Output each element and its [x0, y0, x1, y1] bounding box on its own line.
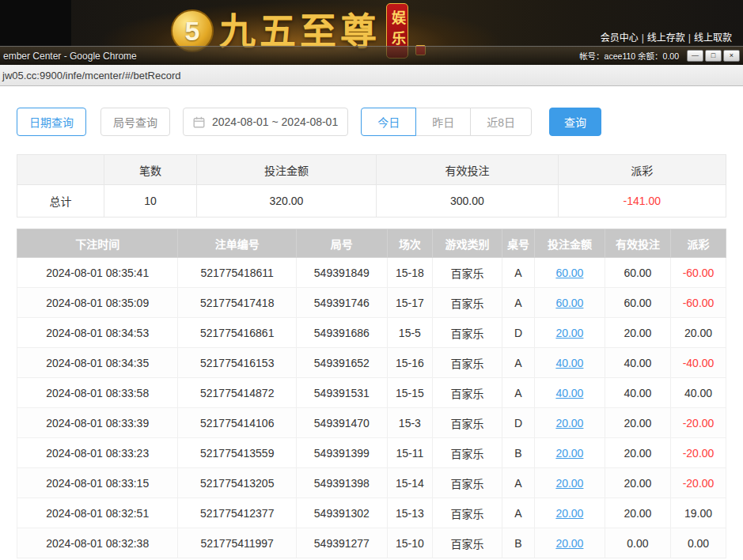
bet-amount-link[interactable]: 20.00 — [555, 507, 583, 520]
bet-amount-link[interactable]: 60.00 — [555, 297, 583, 309]
cell-table_no: A — [502, 498, 534, 528]
cell-payout: 20.00 — [671, 318, 726, 348]
table-row: 2024-08-01 08:35:41521775418611549391849… — [17, 258, 726, 288]
bet-amount-link[interactable]: 40.00 — [555, 387, 583, 399]
cell-game_type: 百家乐 — [433, 408, 502, 438]
table-row: 2024-08-01 08:33:15521775413205549391398… — [17, 468, 726, 498]
quick-filter-last8days[interactable]: 近8日 — [470, 108, 532, 136]
cell-bet_time: 2024-08-01 08:34:53 — [17, 318, 178, 348]
cell-session: 15-11 — [387, 438, 432, 468]
cell-label: 总计 — [17, 185, 104, 218]
cell-bet_time: 2024-08-01 08:32:51 — [17, 498, 178, 528]
cell-round_id: 549391470 — [297, 408, 388, 438]
cell-session: 15-16 — [387, 348, 432, 378]
cell-bet_id: 521775411997 — [178, 528, 297, 558]
quick-filter-yesterday[interactable]: 昨日 — [415, 108, 471, 136]
bet-amount-link[interactable]: 60.00 — [555, 267, 583, 279]
cell-game_type: 百家乐 — [433, 318, 502, 348]
nav-separator: | — [688, 32, 691, 44]
cell-round_id: 549391531 — [297, 378, 388, 408]
column-header: 注单编号 — [178, 229, 297, 258]
cell-bet_amount: 20.00 — [535, 438, 605, 468]
cell-bet_time: 2024-08-01 08:33:23 — [17, 438, 178, 468]
summary-column-header — [17, 155, 104, 185]
search-button[interactable]: 查询 — [549, 108, 601, 136]
date-query-tab[interactable]: 日期查询 — [17, 108, 86, 136]
table-row: 2024-08-01 08:34:35521775416153549391652… — [17, 348, 726, 378]
cell-session: 15-5 — [387, 318, 432, 348]
cell-bet_id: 521775418611 — [178, 258, 297, 288]
cell-table_no: A — [502, 378, 534, 408]
bet-record-table: 下注时间注单编号局号场次游戏类别桌号投注金额有效投注派彩 2024-08-01 … — [17, 229, 726, 558]
quick-filter-group: 今日 昨日 近8日 — [361, 108, 532, 136]
window-title: ember Center - Google Chrome — [3, 51, 137, 62]
url-text: jw05.cc:9900/infe/mcenter/#/betRecord — [2, 70, 180, 81]
cell-bet_amount: 20.00 — [535, 528, 605, 558]
summary-column-header: 有效投注 — [377, 155, 558, 185]
banner-left-black-block — [0, 0, 71, 46]
cell-session: 15-15 — [387, 378, 432, 408]
cell-valid_bet: 20.00 — [605, 408, 670, 438]
cell-payout: -60.00 — [671, 288, 726, 318]
bet-amount-link[interactable]: 20.00 — [555, 477, 583, 490]
column-header: 投注金额 — [535, 229, 605, 258]
round-query-tab[interactable]: 局号查询 — [100, 108, 170, 136]
nav-online-deposit[interactable]: 线上存款 — [647, 32, 685, 44]
cell-game_type: 百家乐 — [433, 498, 502, 528]
cell-bet_id: 521775413205 — [178, 468, 297, 498]
cell-bet_time: 2024-08-01 08:33:39 — [17, 408, 178, 438]
bet-amount-link[interactable]: 20.00 — [555, 417, 583, 429]
cell-bet_amount: 20.00 — [535, 498, 605, 528]
cell-count: 10 — [104, 185, 196, 218]
nav-online-withdraw[interactable]: 线上取款 — [694, 32, 732, 44]
filter-bar: 日期查询 局号查询 2024-08-01 ~ 2024-08-01 今日 昨日 … — [17, 108, 726, 136]
bet-amount-link[interactable]: 20.00 — [555, 327, 583, 339]
maximize-button[interactable]: □ — [705, 50, 722, 62]
cell-round_id: 549391746 — [297, 288, 388, 318]
top-nav: 会员中心|线上存款|线上取款 — [597, 30, 735, 44]
summary-column-header: 投注金额 — [196, 155, 377, 185]
bet-amount-link[interactable]: 20.00 — [555, 537, 583, 550]
cell-table_no: A — [502, 288, 534, 318]
cell-table_no: B — [502, 438, 534, 468]
cell-valid_bet: 20.00 — [605, 438, 670, 468]
date-range-picker[interactable]: 2024-08-01 ~ 2024-08-01 — [183, 108, 348, 136]
summary-column-header: 派彩 — [558, 155, 726, 185]
cell-bet_amount: 60.00 — [535, 288, 605, 318]
bet-amount-link[interactable]: 20.00 — [555, 447, 583, 460]
cell-bet_amount: 60.00 — [535, 258, 605, 288]
cell-bet_time: 2024-08-01 08:35:41 — [17, 258, 178, 288]
cell-valid_bet: 20.00 — [605, 468, 670, 498]
window-controls: — □ × — [687, 50, 740, 62]
cell-table_no: A — [502, 348, 534, 378]
bet-header-row: 下注时间注单编号局号场次游戏类别桌号投注金额有效投注派彩 — [17, 229, 726, 258]
cell-bet_time: 2024-08-01 08:33:58 — [17, 378, 178, 408]
browser-titlebar: ember Center - Google Chrome 帐号：acee110 … — [0, 46, 743, 65]
close-button[interactable]: × — [723, 50, 740, 62]
bet-amount-link[interactable]: 40.00 — [555, 357, 583, 369]
cell-bet_id: 521775417418 — [178, 288, 297, 318]
cell-table_no: A — [502, 468, 534, 498]
table-row: 2024-08-01 08:35:09521775417418549391746… — [17, 288, 726, 318]
cell-table_no: D — [502, 318, 534, 348]
cell-valid_bet: 60.00 — [605, 288, 670, 318]
cell-payout: -141.00 — [558, 185, 726, 218]
cell-bet_id: 521775412377 — [178, 498, 297, 528]
summary-data-row: 总计10320.00300.00-141.00 — [17, 185, 726, 218]
quick-filter-today[interactable]: 今日 — [361, 108, 416, 136]
date-range-value: 2024-08-01 ~ 2024-08-01 — [212, 115, 338, 128]
cell-valid_bet: 300.00 — [377, 185, 558, 218]
cell-game_type: 百家乐 — [433, 468, 502, 498]
cell-payout: 19.00 — [671, 498, 726, 528]
cell-round_id: 549391849 — [297, 258, 388, 288]
cell-bet_amount: 20.00 — [535, 318, 605, 348]
minimize-button[interactable]: — — [687, 50, 703, 62]
nav-separator: | — [642, 32, 644, 44]
cell-session: 15-17 — [387, 288, 432, 318]
table-row: 2024-08-01 08:32:51521775412377549391302… — [17, 498, 726, 528]
cell-bet_amount: 20.00 — [535, 468, 605, 498]
nav-member-center[interactable]: 会员中心 — [601, 32, 639, 44]
cell-game_type: 百家乐 — [433, 258, 502, 288]
column-header: 场次 — [387, 229, 432, 258]
address-bar[interactable]: jw05.cc:9900/infe/mcenter/#/betRecord — [0, 65, 743, 86]
